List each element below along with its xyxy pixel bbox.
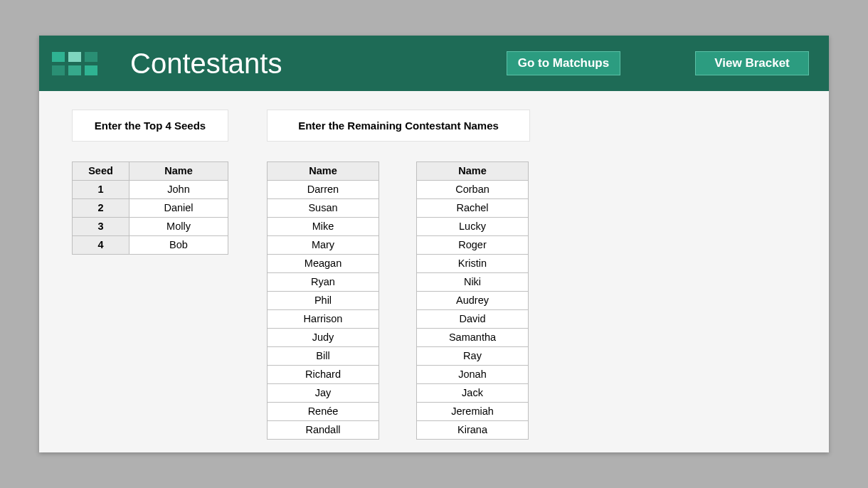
table-row: Ryan bbox=[268, 273, 379, 292]
seed-number: 3 bbox=[73, 218, 129, 236]
contestant-name-cell[interactable]: Niki bbox=[417, 273, 529, 292]
contestant-name-cell[interactable]: Mary bbox=[268, 236, 379, 255]
table-row: Roger bbox=[417, 236, 529, 255]
contestant-name-cell[interactable]: Phil bbox=[268, 292, 379, 310]
table-row: Jay bbox=[268, 384, 379, 403]
contestant-name-cell[interactable]: Jeremiah bbox=[417, 403, 529, 421]
contestant-name-cell[interactable]: Jay bbox=[268, 384, 379, 403]
seed-name-cell[interactable]: Molly bbox=[129, 218, 228, 236]
app-logo-icon bbox=[52, 52, 97, 75]
seed-name-cell[interactable]: Daniel bbox=[129, 199, 228, 218]
seeds-table: Seed Name 1 John 2 Daniel 3 Moll bbox=[72, 161, 228, 255]
contestant-name-cell[interactable]: Judy bbox=[268, 329, 379, 347]
remaining-table-1: Name DarrenSusanMikeMaryMeaganRyanPhilHa… bbox=[267, 161, 379, 440]
table-row: Meagan bbox=[268, 255, 379, 273]
table-row: Jeremiah bbox=[417, 403, 529, 421]
contestant-name-cell[interactable]: Susan bbox=[268, 199, 379, 218]
go-to-matchups-button[interactable]: Go to Matchups bbox=[507, 51, 620, 75]
remaining-section: Enter the Remaining Contestant Names Nam… bbox=[267, 110, 530, 440]
table-row: Kirana bbox=[417, 421, 529, 440]
table-row: Mary bbox=[268, 236, 379, 255]
contestant-name-cell[interactable]: Bill bbox=[268, 347, 379, 366]
contestant-name-cell[interactable]: Audrey bbox=[417, 292, 529, 310]
table-row: Phil bbox=[268, 292, 379, 310]
contestant-name-cell[interactable]: Darren bbox=[268, 181, 379, 199]
table-row: Bill bbox=[268, 347, 379, 366]
name-header: Name bbox=[417, 162, 529, 181]
contestant-name-cell[interactable]: David bbox=[417, 310, 529, 329]
table-row: 3 Molly bbox=[73, 218, 228, 236]
view-bracket-button[interactable]: View Bracket bbox=[695, 51, 809, 75]
contestant-name-cell[interactable]: Richard bbox=[268, 366, 379, 384]
page-title: Contestants bbox=[130, 48, 282, 80]
contestant-name-cell[interactable]: Samantha bbox=[417, 329, 529, 347]
contestant-name-cell[interactable]: Randall bbox=[268, 421, 379, 440]
table-row: Mike bbox=[268, 218, 379, 236]
contestant-name-cell[interactable]: Ray bbox=[417, 347, 529, 366]
table-row: Niki bbox=[417, 273, 529, 292]
table-row: 1 John bbox=[73, 181, 228, 199]
contestant-name-cell[interactable]: Harrison bbox=[268, 310, 379, 329]
top-seeds-section: Enter the Top 4 Seeds Seed Name 1 John 2 bbox=[72, 110, 228, 440]
contestant-name-cell[interactable]: Renée bbox=[268, 403, 379, 421]
table-row: Judy bbox=[268, 329, 379, 347]
table-row: Darren bbox=[268, 181, 379, 199]
seed-name-cell[interactable]: Bob bbox=[129, 236, 228, 255]
name-header: Name bbox=[129, 162, 228, 181]
table-row: Ray bbox=[417, 347, 529, 366]
remaining-table-2: Name CorbanRachelLuckyRogerKristinNikiAu… bbox=[416, 161, 529, 440]
table-row: Harrison bbox=[268, 310, 379, 329]
table-row: Kristin bbox=[417, 255, 529, 273]
remaining-title: Enter the Remaining Contestant Names bbox=[267, 110, 530, 142]
table-row: Renée bbox=[268, 403, 379, 421]
contestant-name-cell[interactable]: Ryan bbox=[268, 273, 379, 292]
table-row: Richard bbox=[268, 366, 379, 384]
seed-number: 2 bbox=[73, 199, 129, 218]
name-header: Name bbox=[268, 162, 379, 181]
contestant-name-cell[interactable]: Lucky bbox=[417, 218, 529, 236]
table-row: Randall bbox=[268, 421, 379, 440]
contestant-name-cell[interactable]: Meagan bbox=[268, 255, 379, 273]
table-row: 4 Bob bbox=[73, 236, 228, 255]
table-row: Corban bbox=[417, 181, 529, 199]
seed-header: Seed bbox=[73, 162, 129, 181]
table-row: Jonah bbox=[417, 366, 529, 384]
table-row: Audrey bbox=[417, 292, 529, 310]
header-bar: Contestants Go to Matchups View Bracket bbox=[39, 36, 829, 91]
page-card: Contestants Go to Matchups View Bracket … bbox=[39, 36, 829, 452]
contestant-name-cell[interactable]: Kristin bbox=[417, 255, 529, 273]
contestant-name-cell[interactable]: Jack bbox=[417, 384, 529, 403]
table-row: Jack bbox=[417, 384, 529, 403]
seed-name-cell[interactable]: John bbox=[129, 181, 228, 199]
seed-number: 4 bbox=[73, 236, 129, 255]
table-row: Lucky bbox=[417, 218, 529, 236]
table-row: 2 Daniel bbox=[73, 199, 228, 218]
contestant-name-cell[interactable]: Jonah bbox=[417, 366, 529, 384]
contestant-name-cell[interactable]: Mike bbox=[268, 218, 379, 236]
top-seeds-title: Enter the Top 4 Seeds bbox=[72, 110, 228, 142]
contestant-name-cell[interactable]: Kirana bbox=[417, 421, 529, 440]
contestant-name-cell[interactable]: Roger bbox=[417, 236, 529, 255]
content-area: Enter the Top 4 Seeds Seed Name 1 John 2 bbox=[39, 91, 829, 458]
table-row: Samantha bbox=[417, 329, 529, 347]
seed-number: 1 bbox=[73, 181, 129, 199]
contestant-name-cell[interactable]: Corban bbox=[417, 181, 529, 199]
contestant-name-cell[interactable]: Rachel bbox=[417, 199, 529, 218]
table-row: Susan bbox=[268, 199, 379, 218]
table-row: David bbox=[417, 310, 529, 329]
table-row: Rachel bbox=[417, 199, 529, 218]
